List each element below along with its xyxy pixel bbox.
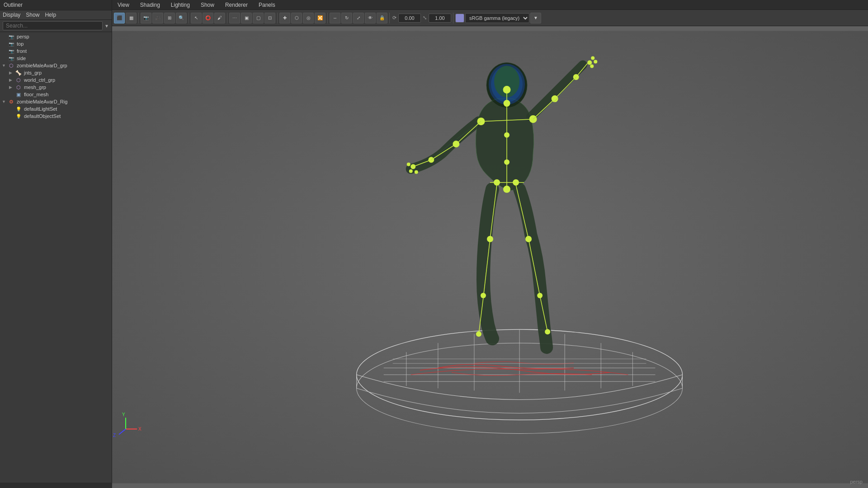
tb-scale-input[interactable] bbox=[429, 14, 451, 23]
outliner-menu-show[interactable]: Show bbox=[26, 12, 39, 18]
tb-hide-btn[interactable]: 🔒 bbox=[377, 13, 387, 23]
svg-text:Z: Z bbox=[113, 433, 116, 438]
svg-text:X: X bbox=[138, 427, 142, 432]
menu-panels[interactable]: Panels bbox=[257, 1, 277, 9]
outliner-menu-help[interactable]: Help bbox=[45, 12, 56, 18]
tb-track-btn[interactable]: ⊞ bbox=[164, 13, 175, 23]
tb-sep-6 bbox=[389, 13, 390, 23]
tb-magnet-btn[interactable]: ⬡ bbox=[291, 13, 302, 23]
tb-zoom-btn[interactable]: 🔍 bbox=[176, 13, 187, 23]
tree-item-worldCtrlGrp[interactable]: ▶ ⬡ world_ctrl_grp bbox=[0, 76, 112, 84]
outliner-panel: Outliner Display Show Help ▼ 📷 persp 📷 t… bbox=[0, 0, 112, 488]
tree-expand-zombieRig[interactable]: ▼ bbox=[2, 99, 7, 104]
tb-paint-btn[interactable]: 🖌 bbox=[214, 13, 225, 23]
outliner-tree: 📷 persp 📷 top 📷 front 📷 side ▼ ⬡ zombieM… bbox=[0, 32, 112, 488]
svg-point-48 bbox=[415, 170, 418, 174]
tree-label-floorMesh: floor_mesh bbox=[24, 92, 48, 97]
svg-point-57 bbox=[487, 236, 493, 242]
tree-item-jntsGrp[interactable]: ▶ 🦴 jnts_grp bbox=[0, 69, 112, 76]
tb-scale-label: ⤡ bbox=[423, 15, 427, 21]
tb-rotation-label: ⟳ bbox=[392, 15, 396, 21]
menu-shading[interactable]: Shading bbox=[138, 1, 162, 9]
main-menubar: View Shading Lighting Show Renderer Pane… bbox=[112, 0, 868, 10]
tree-item-front[interactable]: 📷 front bbox=[0, 47, 112, 55]
svg-text:Y: Y bbox=[122, 412, 125, 417]
tb-lasso-btn[interactable]: ⭕ bbox=[203, 13, 213, 23]
tree-expand-jntsGrp[interactable]: ▶ bbox=[9, 70, 14, 75]
tree-label-zombieGrp: zombieMaleAvarD_grp bbox=[17, 63, 67, 68]
tb-frame-btn[interactable]: ▢ bbox=[253, 13, 264, 23]
svg-point-52 bbox=[590, 64, 594, 68]
viewport-canvas[interactable]: X Y Z persp bbox=[112, 26, 868, 488]
menu-renderer[interactable]: Renderer bbox=[223, 1, 250, 9]
svg-point-41 bbox=[453, 141, 459, 147]
tb-rotate-btn[interactable]: ↻ bbox=[341, 13, 352, 23]
svg-point-63 bbox=[503, 186, 510, 193]
tb-scale-btn[interactable]: ⤢ bbox=[353, 13, 364, 23]
tree-expand-worldCtrlGrp[interactable]: ▶ bbox=[9, 78, 14, 82]
tree-icon-top: 📷 bbox=[7, 41, 15, 47]
outliner-scrollbar-h[interactable] bbox=[0, 483, 112, 488]
search-input[interactable] bbox=[3, 21, 103, 30]
tb-cam-btn[interactable]: 📷 bbox=[141, 13, 151, 23]
svg-point-53 bbox=[504, 132, 509, 138]
tb-colorspace-select[interactable]: sRGB gamma (legacy) bbox=[465, 13, 529, 23]
menu-show[interactable]: Show bbox=[199, 1, 216, 9]
tb-show-btn[interactable]: 👁 bbox=[365, 13, 376, 23]
tb-dolly-btn[interactable]: 🎥 bbox=[152, 13, 163, 23]
svg-point-45 bbox=[411, 164, 415, 169]
tree-icon-persp: 📷 bbox=[7, 33, 15, 40]
tree-icon-front: 📷 bbox=[7, 48, 15, 54]
tb-sep-5 bbox=[327, 13, 328, 23]
tb-sym-btn[interactable]: 🔀 bbox=[315, 13, 326, 23]
tb-sep-7 bbox=[453, 13, 453, 23]
tb-layout-btn[interactable]: ⊡ bbox=[264, 13, 275, 23]
tree-icon-defaultLightSet: 💡 bbox=[14, 106, 23, 112]
tree-icon-zombieGrp: ⬡ bbox=[7, 62, 15, 69]
outliner-menu-display[interactable]: Display bbox=[3, 12, 20, 18]
tree-item-persp[interactable]: 📷 persp bbox=[0, 33, 112, 40]
menu-lighting[interactable]: Lighting bbox=[169, 1, 192, 9]
tree-label-zombieRig: zombieMaleAvarD_Rig bbox=[17, 99, 67, 104]
tree-icon-jntsGrp: 🦴 bbox=[14, 70, 23, 76]
tree-item-defaultObjectSet[interactable]: 💡 defaultObjectSet bbox=[0, 113, 112, 120]
tree-item-meshGrp[interactable]: ▶ ⬡ mesh_grp bbox=[0, 84, 112, 91]
tree-label-meshGrp: mesh_grp bbox=[24, 84, 46, 90]
tb-move-btn[interactable]: ↔ bbox=[330, 13, 340, 23]
svg-point-50 bbox=[591, 56, 594, 60]
tree-icon-defaultObjectSet: 💡 bbox=[14, 113, 23, 119]
outliner-menubar: Display Show Help bbox=[0, 10, 112, 20]
tree-item-zombieGrp[interactable]: ▼ ⬡ zombieMaleAvarD_grp bbox=[0, 62, 112, 69]
tb-grid2-btn[interactable]: ▣ bbox=[241, 13, 252, 23]
svg-point-38 bbox=[504, 100, 510, 107]
tree-label-side: side bbox=[17, 56, 26, 61]
scene-svg: X Y Z bbox=[112, 26, 868, 488]
tb-wireframe-btn[interactable]: ▦ bbox=[126, 13, 137, 23]
toolbar: ⬛ ▦ 📷 🎥 ⊞ 🔍 ↖ ⭕ 🖌 ⋯ ▣ ▢ ⊡ ✚ ⬡ ◎ 🔀 ↔ ↻ ⤢ … bbox=[112, 10, 868, 26]
tree-label-top: top bbox=[17, 41, 24, 47]
tb-sep-3 bbox=[227, 13, 227, 23]
tb-color-swatch[interactable] bbox=[455, 14, 464, 23]
tb-rotation-input[interactable] bbox=[398, 14, 421, 23]
tree-label-jntsGrp: jnts_grp bbox=[24, 70, 42, 75]
tb-select-btn[interactable]: ↖ bbox=[191, 13, 202, 23]
tree-label-front: front bbox=[17, 48, 27, 54]
tree-item-defaultLightSet[interactable]: 💡 defaultLightSet bbox=[0, 105, 112, 113]
tree-label-persp: persp bbox=[17, 34, 29, 39]
tb-snap-btn[interactable]: ✚ bbox=[279, 13, 290, 23]
viewport: View Shading Lighting Show Renderer Pane… bbox=[112, 0, 868, 488]
tree-item-top[interactable]: 📷 top bbox=[0, 40, 112, 47]
menu-view[interactable]: View bbox=[116, 1, 131, 9]
tb-perspective-btn[interactable]: ⬛ bbox=[114, 13, 125, 23]
tb-soft-btn[interactable]: ◎ bbox=[303, 13, 314, 23]
tree-item-floorMesh[interactable]: ▣ floor_mesh bbox=[0, 91, 112, 98]
tree-expand-meshGrp[interactable]: ▶ bbox=[9, 85, 14, 89]
tb-grid-btn[interactable]: ⋯ bbox=[229, 13, 240, 23]
svg-point-47 bbox=[409, 169, 413, 173]
tree-item-zombieRig[interactable]: ▼ ⚙ zombieMaleAvarD_Rig bbox=[0, 98, 112, 105]
tree-expand-zombieGrp[interactable]: ▼ bbox=[2, 63, 7, 68]
tree-item-side[interactable]: 📷 side bbox=[0, 55, 112, 62]
tree-label-worldCtrlGrp: world_ctrl_grp bbox=[24, 77, 55, 83]
search-arrow[interactable]: ▼ bbox=[104, 23, 109, 28]
tb-colorspace-expand[interactable]: ▼ bbox=[530, 13, 541, 23]
